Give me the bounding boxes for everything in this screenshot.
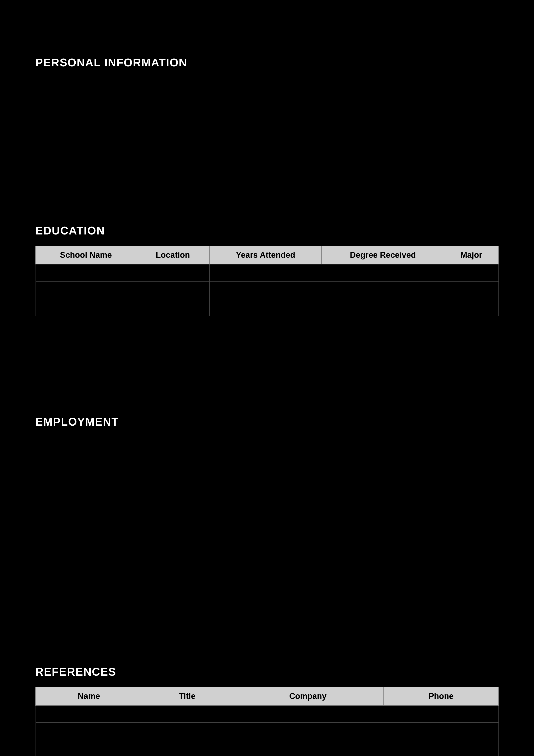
employment-content — [35, 437, 499, 566]
personal-information-content — [35, 78, 499, 207]
education-years-attended-header: Years Attended — [210, 246, 322, 264]
education-row-3-school[interactable] — [36, 299, 136, 316]
education-row-1-degree[interactable] — [321, 264, 444, 282]
personal-information-title: PERSONAL INFORMATION — [35, 56, 499, 69]
education-row-2 — [36, 282, 498, 299]
references-name-header: Name — [36, 687, 142, 705]
education-row-2-years[interactable] — [210, 282, 322, 299]
education-row-2-location[interactable] — [136, 282, 209, 299]
references-company-header: Company — [232, 687, 384, 705]
education-row-3-degree[interactable] — [321, 299, 444, 316]
references-row-3 — [36, 740, 498, 756]
references-row-2 — [36, 723, 498, 740]
education-row-3-years[interactable] — [210, 299, 322, 316]
education-degree-received-header: Degree Received — [321, 246, 444, 264]
references-row-2-title[interactable] — [142, 723, 232, 740]
employment-title: EMPLOYMENT — [35, 415, 499, 428]
education-row-2-major[interactable] — [444, 282, 498, 299]
references-row-1-title[interactable] — [142, 705, 232, 723]
references-row-2-company[interactable] — [232, 723, 384, 740]
education-row-1-years[interactable] — [210, 264, 322, 282]
personal-information-section: PERSONAL INFORMATION — [35, 35, 499, 207]
references-table-header-row: Name Title Company Phone — [36, 687, 498, 705]
references-table: Name Title Company Phone — [35, 687, 499, 756]
education-row-3-major[interactable] — [444, 299, 498, 316]
education-title: EDUCATION — [35, 224, 499, 237]
education-row-1 — [36, 264, 498, 282]
references-row-2-name[interactable] — [36, 723, 142, 740]
references-row-3-name[interactable] — [36, 740, 142, 756]
education-school-name-header: School Name — [36, 246, 136, 264]
education-row-3 — [36, 299, 498, 316]
education-table-header-row: School Name Location Years Attended Degr… — [36, 246, 498, 264]
education-spacer — [35, 316, 499, 402]
references-row-1-phone[interactable] — [384, 705, 498, 723]
references-row-3-phone[interactable] — [384, 740, 498, 756]
references-phone-header: Phone — [384, 687, 498, 705]
references-row-3-company[interactable] — [232, 740, 384, 756]
employment-extra-space — [35, 566, 499, 652]
education-major-header: Major — [444, 246, 498, 264]
education-row-1-school[interactable] — [36, 264, 136, 282]
education-row-1-location[interactable] — [136, 264, 209, 282]
education-section: EDUCATION School Name Location Years Att… — [35, 224, 499, 402]
references-row-1-name[interactable] — [36, 705, 142, 723]
education-table: School Name Location Years Attended Degr… — [35, 246, 499, 316]
education-row-2-school[interactable] — [36, 282, 136, 299]
references-row-1-company[interactable] — [232, 705, 384, 723]
references-row-3-title[interactable] — [142, 740, 232, 756]
references-row-1 — [36, 705, 498, 723]
education-row-3-location[interactable] — [136, 299, 209, 316]
education-row-1-major[interactable] — [444, 264, 498, 282]
top-spacer — [35, 35, 499, 56]
page: PERSONAL INFORMATION EDUCATION School Na… — [0, 0, 534, 756]
employment-section: EMPLOYMENT — [35, 415, 499, 652]
references-title-header: Title — [142, 687, 232, 705]
references-title: REFERENCES — [35, 665, 499, 678]
education-location-header: Location — [136, 246, 209, 264]
references-row-2-phone[interactable] — [384, 723, 498, 740]
references-section: REFERENCES Name Title Company Phone — [35, 665, 499, 756]
education-row-2-degree[interactable] — [321, 282, 444, 299]
